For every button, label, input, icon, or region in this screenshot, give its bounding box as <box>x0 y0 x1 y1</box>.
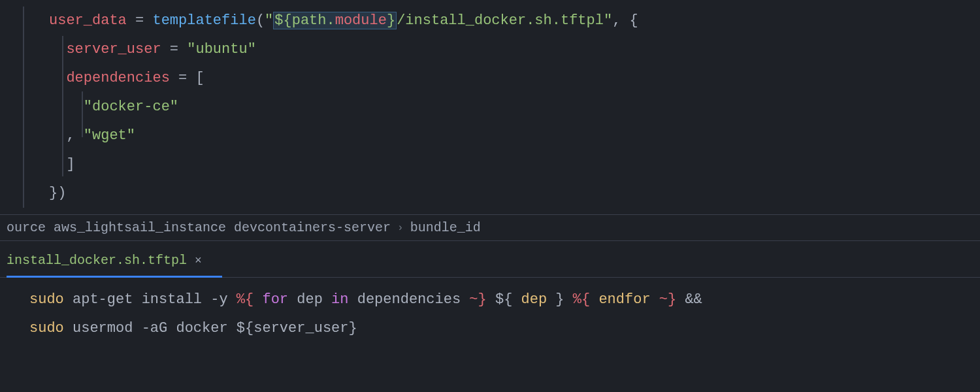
chevron-right-icon: › <box>397 222 404 234</box>
code-token: . <box>327 12 335 29</box>
code-token: in <box>323 291 357 308</box>
code-token: " <box>604 12 612 29</box>
code-token: }) <box>49 185 66 201</box>
breadcrumb-segment[interactable]: bundle_id <box>410 220 481 235</box>
code-token: dependencies <box>357 291 470 308</box>
code-token: = [ <box>170 70 204 86</box>
code-token: sudo <box>29 291 64 308</box>
code-token: , <box>66 127 83 144</box>
interp-highlight: ${path.module} <box>273 12 397 29</box>
code-token: apt-get install -y <box>64 291 237 308</box>
code-token: %{ <box>237 291 253 308</box>
code-token: ${ <box>274 12 291 29</box>
code-token: } <box>387 12 395 29</box>
code-token: , { <box>612 12 638 29</box>
code-token: "wget" <box>84 127 135 144</box>
code-token: dep <box>521 291 547 308</box>
code-token: /install_docker.sh.tftpl <box>397 12 604 29</box>
code-token: = <box>127 12 153 29</box>
code-line[interactable]: "docker-ce" <box>29 93 980 122</box>
code-token: dependencies <box>66 70 169 86</box>
code-token: } <box>349 320 357 336</box>
code-token: ] <box>66 156 74 172</box>
tab-label: install_docker.sh.tftpl <box>7 253 187 268</box>
code-token: sudo <box>29 320 64 336</box>
close-icon[interactable]: × <box>195 254 202 267</box>
code-token: "ubuntu" <box>187 41 256 57</box>
code-token: ~} <box>659 291 676 308</box>
code-line[interactable]: sudo apt-get install -y %{ for dep in de… <box>29 286 980 314</box>
code-token: server_user <box>253 320 348 336</box>
code-token: endfor <box>590 291 659 308</box>
code-token: module <box>335 12 387 29</box>
indent-guide-3 <box>82 91 83 137</box>
indent-guide-1 <box>23 7 24 208</box>
breadcrumb-segment[interactable]: ource aws_lightsail_instance devcontaine… <box>7 220 391 235</box>
code-token: " <box>265 12 273 29</box>
tab-install-docker[interactable]: install_docker.sh.tftpl × <box>7 248 210 277</box>
code-token: ${ <box>487 291 521 308</box>
code-line[interactable]: ] <box>29 150 980 179</box>
tab-bar: install_docker.sh.tftpl × <box>0 241 980 278</box>
code-token: usermod -aG docker <box>64 320 237 336</box>
code-token: server_user <box>66 41 161 57</box>
code-line[interactable]: dependencies = [ <box>29 64 980 93</box>
editor-pane-top[interactable]: user_data = templatefile("${path.module}… <box>0 0 980 214</box>
code-token: %{ <box>573 291 590 308</box>
code-token: && <box>676 291 702 308</box>
code-token: for <box>253 291 297 308</box>
indent-guide-2 <box>62 36 63 176</box>
code-line[interactable]: server_user = "ubuntu" <box>29 35 980 64</box>
active-tab-indicator <box>7 276 222 278</box>
code-token: dep <box>297 291 323 308</box>
editor-pane-bottom[interactable]: sudo apt-get install -y %{ for dep in de… <box>0 278 980 350</box>
code-token: ( <box>256 12 265 29</box>
code-token: ${ <box>237 320 253 336</box>
code-token: path <box>292 12 327 29</box>
breadcrumb[interactable]: ource aws_lightsail_instance devcontaine… <box>0 214 980 241</box>
code-token: ~} <box>469 291 486 308</box>
code-token: user_data <box>49 12 127 29</box>
code-line[interactable]: }) <box>29 179 980 208</box>
code-line[interactable]: user_data = templatefile("${path.module}… <box>29 7 980 35</box>
code-token: "docker-ce" <box>66 99 178 115</box>
code-line[interactable]: , "wget" <box>29 122 980 150</box>
code-token: templatefile <box>152 12 255 29</box>
code-token: } <box>547 291 573 308</box>
code-line[interactable]: sudo usermod -aG docker ${server_user} <box>29 314 980 343</box>
code-token: = <box>161 41 188 57</box>
